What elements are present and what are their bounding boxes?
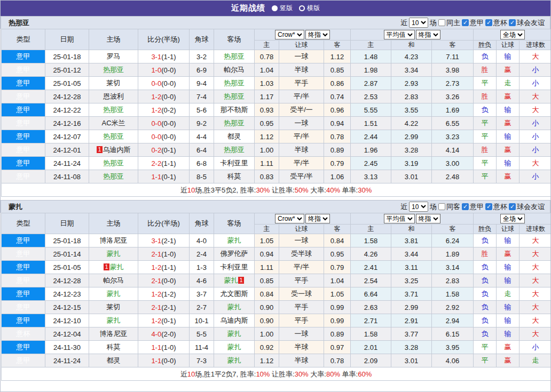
result-goals-cell: 小 — [519, 341, 551, 354]
halftime-score: (1-1) — [161, 53, 176, 61]
halftime-score: (0-0) — [161, 277, 176, 285]
halftime-score: (2-1) — [161, 237, 176, 245]
result-outcome-cell: 平 — [474, 77, 497, 90]
away-team-cell: 蒙扎 — [214, 301, 255, 314]
home-team-cell: 热那亚 — [89, 130, 138, 143]
type-cell: 意甲 — [2, 130, 45, 143]
result-goals-cell: 走 — [519, 354, 551, 367]
corner-cell: 6-4 — [190, 143, 214, 157]
halftime-score: (0-2) — [161, 106, 176, 114]
avg-draw-cell: 2.93 — [391, 77, 432, 90]
odds-time-select[interactable]: 终指 — [305, 214, 330, 223]
match-count-select[interactable]: 10 — [409, 18, 428, 28]
type-cell: 意甲 — [2, 90, 45, 103]
avg-draw-cell: 3.28 — [391, 341, 432, 354]
sub-header: 进球数 — [519, 41, 551, 50]
avg-away-cell: 3.23 — [432, 130, 474, 143]
result-outcome-cell: 负 — [474, 327, 497, 341]
type-cell: 意甲 — [2, 117, 45, 130]
same-venue-checkbox[interactable]: 同主 — [438, 18, 460, 28]
odds-home-cell: 1.05 — [255, 234, 279, 247]
type-cell: 意甲 — [2, 77, 45, 90]
result-handicap-cell: 赢 — [497, 170, 519, 183]
team-label: 蒙扎 — [227, 303, 241, 311]
avg-draw-cell: 3.55 — [391, 103, 432, 117]
team-label: 热那亚 — [103, 106, 124, 114]
avg-home-cell: 5.55 — [351, 103, 391, 117]
result-handicap-cell: 赢 — [497, 143, 519, 157]
home-team-cell: 1蒙扎 — [89, 261, 138, 274]
team-label: 蒙扎 — [227, 356, 241, 364]
avg-draw-cell: 3.01 — [391, 170, 432, 183]
scope-select[interactable]: 全场 — [500, 214, 525, 223]
away-team-cell: 蒙扎 — [214, 234, 255, 247]
scope-select[interactable]: 全场 — [500, 30, 525, 39]
team-label: 乌迪内斯 — [103, 146, 131, 154]
score-cell: 1-1(0-1) — [138, 170, 190, 183]
home-team-cell: 博洛尼亚 — [89, 327, 138, 341]
odds-home-cell: 0.93 — [255, 103, 279, 117]
rows: 意甲25-01-18罗马3-1(1-1)3-2热那亚0.78一球1.121.48… — [2, 50, 551, 183]
summary-segment: 60% — [358, 370, 372, 378]
team-label: 热那亚 — [224, 52, 245, 60]
result-outcome-cell: 负 — [474, 274, 497, 287]
fulltime-score: 1-0 — [151, 66, 161, 74]
summary-segment: 让胜率: — [270, 370, 294, 378]
league-filter-checkbox[interactable]: 意杯 — [485, 18, 507, 28]
result-handicap-cell: 输 — [497, 157, 519, 170]
corner-cell: 3-2 — [190, 50, 214, 63]
avg-draw-cell: 3.71 — [391, 287, 432, 301]
odds-handicap-cell: 半球 — [279, 341, 324, 354]
result-outcome-cell: 胜 — [474, 247, 497, 261]
summary-segment: 近 — [180, 370, 187, 378]
league-filter-checkbox[interactable]: 意杯 — [485, 202, 507, 212]
league-filter-checkbox[interactable]: 意甲 — [462, 18, 484, 28]
avg-away-cell: 2.73 — [432, 77, 474, 90]
odds-home-cell: 0.92 — [255, 341, 279, 354]
table-row: 意甲25-01-18博洛尼亚3-1(2-1)4-0蒙扎1.05一球0.841.5… — [2, 234, 551, 247]
team-label: 乌迪内斯 — [221, 316, 248, 324]
halftime-score: (0-0) — [161, 357, 176, 365]
league-filter-checkbox[interactable]: 球会友谊 — [509, 202, 545, 212]
avg-source-select[interactable]: 平均值 — [384, 30, 415, 39]
team-label: 蒙扎 — [227, 236, 241, 244]
odds-time-select[interactable]: 终指 — [305, 30, 330, 39]
odds-home-cell: 1.12 — [255, 130, 279, 143]
avg-time-select[interactable]: 终指 — [416, 30, 440, 39]
halftime-score: (2-1) — [161, 303, 176, 311]
avg-draw-cell: 3.34 — [391, 63, 432, 77]
odds-source-select[interactable]: Crow* — [275, 30, 304, 39]
team-label: 都灵 — [227, 132, 241, 140]
sub-header: 客 — [324, 41, 351, 50]
checkbox-checked-icon — [485, 19, 492, 26]
type-cell: 意甲 — [2, 157, 45, 170]
home-team-cell: 1乌迪内斯 — [89, 143, 138, 157]
radio-horizontal[interactable]: 横版 — [299, 4, 320, 13]
avg-time-select[interactable]: 终指 — [416, 214, 440, 223]
score-cell: 1-2(0-2) — [138, 103, 190, 117]
radio-vertical[interactable]: 竖版 — [272, 4, 293, 13]
league-filter-checkbox[interactable]: 意甲 — [462, 202, 484, 212]
avg-away-cell: 1.69 — [432, 103, 474, 117]
same-venue-checkbox[interactable]: 同客 — [438, 202, 460, 212]
team-label: 莱切 — [107, 303, 121, 311]
type-cell: 意甲 — [2, 261, 45, 274]
avg-source-select[interactable]: 平均值 — [384, 214, 415, 223]
league-filter-checkbox[interactable]: 球会友谊 — [509, 18, 545, 28]
score-cell: 3-1(2-1) — [138, 234, 190, 247]
odds-source-select[interactable]: Crow* — [275, 214, 304, 223]
away-team-cell: 热那亚 — [214, 90, 255, 103]
table-row: 意甲24-11-08热那亚1-1(0-1)8-5科莫0.83受平/半1.063.… — [2, 170, 551, 183]
col-header-corner: 角球 — [190, 213, 214, 234]
avg-draw-cell: 3.25 — [391, 274, 432, 287]
team-label: 卡利亚里 — [221, 159, 248, 167]
result-handicap-cell: 输 — [497, 314, 519, 327]
team-name: 蒙扎 — [9, 202, 22, 212]
fulltime-score: 1-2 — [151, 106, 161, 114]
match-count-select[interactable]: 10 — [409, 202, 428, 212]
corner-cell: 11-4 — [190, 341, 214, 354]
avg-away-cell: 6.24 — [432, 234, 474, 247]
team-header-row: 蒙扎 近 10 场 同客 意甲 意杯 球会友 — [1, 200, 550, 213]
games-label: 场 — [430, 18, 437, 28]
odds-home-cell: 1.00 — [255, 143, 279, 157]
